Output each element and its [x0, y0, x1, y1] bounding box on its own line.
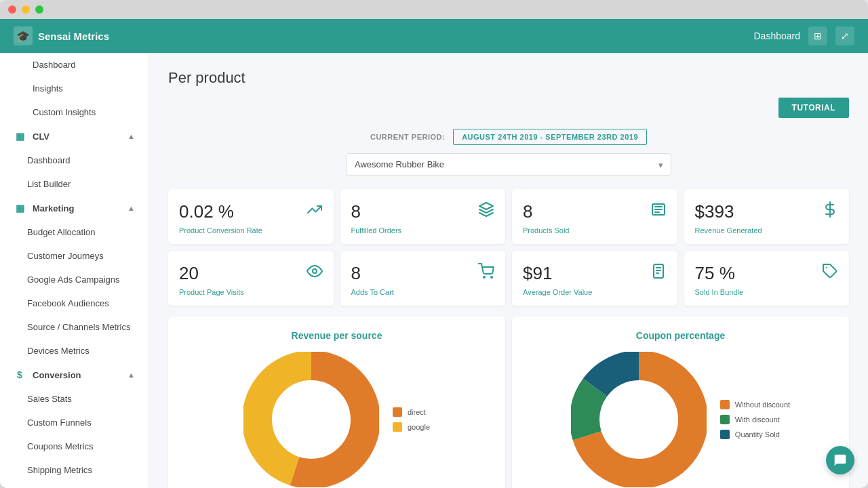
sidebar-item-label: Custom Insights [33, 107, 96, 117]
metric-label: Product Conversion Rate [179, 226, 323, 235]
metric-value: $91 [523, 263, 667, 284]
revenue-donut [243, 352, 379, 487]
revenue-legend: direct google [393, 407, 430, 432]
sidebar-group-label: CLV [33, 131, 50, 142]
revenue-chart-title: Revenue per source [182, 330, 492, 341]
legend-dot-direct [393, 407, 402, 417]
marketing-chevron: ▲ [127, 204, 135, 212]
sidebar-item-label: Customer Journeys [27, 251, 104, 261]
sidebar-item-list-builder[interactable]: List Builder [14, 172, 149, 196]
legend-label-no-discount: Without discount [735, 401, 790, 409]
sidebar-group-conversion[interactable]: $ Conversion ▲ [0, 363, 149, 387]
marketing-group-icon: ▦ [14, 203, 26, 214]
metric-value: 8 [351, 201, 495, 222]
select-wrapper: Awesome Rubber Bike [346, 153, 671, 176]
sidebar-item-label: Coupons Metrics [27, 441, 94, 451]
metric-card-bundle: 75 % Sold In Bundle [684, 251, 850, 306]
sidebar-item-google-ads[interactable]: Google Ads Campaigns [14, 268, 149, 291]
conversion-chevron: ▲ [127, 371, 135, 379]
sidebar-item-label: Budget Allocation [27, 227, 95, 237]
nav-icon-btn-1[interactable]: ⊞ [808, 26, 827, 45]
sidebar-item-devices[interactable]: Devices Metrics [14, 339, 149, 363]
metric-value: 8 [351, 263, 495, 284]
brand-name: Sensai Metrics [38, 30, 109, 42]
sidebar-item-dashboard[interactable]: Dashboard [0, 53, 149, 77]
sidebar-item-facebook[interactable]: Facebook Audiences [14, 291, 149, 315]
content-inner: Per product TUTORIAL CURRENT PERIOD: AUG… [149, 53, 868, 488]
legend-dot-no-discount [720, 400, 730, 409]
svg-point-6 [484, 277, 485, 278]
app-layout: Dashboard Insights Custom Insights ▦ CLV… [0, 19, 868, 488]
sidebar-item-custom-insights[interactable]: Custom Insights [0, 100, 149, 124]
metric-value: 75 % [695, 263, 839, 284]
nav-icon-btn-2[interactable]: ⤢ [835, 26, 854, 45]
clv-group-icon: ▦ [14, 131, 26, 142]
cart-icon [478, 263, 494, 283]
metric-value: 0.02 % [179, 201, 323, 222]
clv-submenu: Dashboard List Builder [0, 148, 149, 196]
legend-label-with-discount: With discount [735, 415, 780, 424]
legend-item-qty-sold: Quantity Sold [720, 430, 790, 439]
close-dot[interactable] [8, 5, 16, 14]
conversion-submenu: Sales Stats Custom Funnels Coupons Metri… [0, 387, 149, 482]
sidebar-item-clv-dashboard[interactable]: Dashboard [14, 148, 149, 172]
sidebar-group-product[interactable]: 🚲 Product ▲ [0, 482, 149, 488]
tutorial-row: TUTORIAL [168, 98, 849, 118]
tutorial-button[interactable]: TUTORIAL [778, 98, 849, 118]
nav-right: Dashboard ⊞ ⤢ [754, 26, 855, 45]
dollar-icon [822, 201, 838, 222]
sold-icon [650, 201, 667, 222]
legend-dot-google [393, 422, 402, 432]
legend-item-with-discount: With discount [720, 415, 790, 424]
sidebar-item-insights[interactable]: Insights [0, 77, 149, 100]
legend-dot-qty-sold [720, 430, 730, 439]
orders-icon [478, 201, 494, 222]
sidebar-item-label: Shipping Metrics [27, 465, 92, 475]
sidebar-item-label: Insights [33, 83, 63, 94]
tag-icon [822, 263, 838, 283]
period-row: CURRENT PERIOD: AUGUST 24TH 2019 - SEPTE… [168, 129, 849, 145]
coupon-legend: Without discount With discount Quantity … [720, 400, 790, 439]
product-select[interactable]: Awesome Rubber Bike [346, 153, 671, 176]
sidebar-item-custom-funnels[interactable]: Custom Funnels [14, 411, 149, 434]
sidebar-item-label: Custom Funnels [27, 418, 92, 428]
coupon-donut [571, 352, 707, 487]
sidebar-item-sales-stats[interactable]: Sales Stats [14, 387, 149, 411]
chat-icon [833, 453, 847, 467]
sidebar-item-label: Source / Channels Metrics [27, 322, 130, 332]
revenue-chart-area: direct google [182, 352, 492, 487]
sidebar-item-label: Devices Metrics [27, 346, 90, 356]
maximize-dot[interactable] [35, 5, 43, 14]
sidebar-item-shipping[interactable]: Shipping Metrics [14, 458, 149, 482]
sidebar-group-clv[interactable]: ▦ CLV ▲ [0, 124, 149, 148]
receipt-icon [650, 263, 667, 283]
revenue-donut-svg [243, 352, 379, 487]
sidebar-item-budget[interactable]: Budget Allocation [14, 220, 149, 244]
svg-point-15 [273, 382, 349, 458]
sidebar-group-label: Conversion [33, 370, 81, 380]
metrics-grid-row1: 0.02 % Product Conversion Rate 8 Fulfill… [168, 189, 849, 244]
legend-dot-with-discount [720, 415, 730, 424]
legend-label-direct: direct [408, 408, 426, 416]
clv-chevron: ▲ [127, 132, 135, 140]
legend-item-direct: direct [393, 407, 430, 417]
metric-card-page-visits: 20 Product Page Visits [168, 251, 334, 306]
title-bar [0, 0, 868, 19]
minimize-dot[interactable] [22, 5, 30, 14]
sidebar-item-label: Dashboard [33, 60, 76, 70]
sidebar-item-journeys[interactable]: Customer Journeys [14, 244, 149, 268]
metric-label: Product Page Visits [179, 288, 323, 296]
sidebar-item-label: List Builder [27, 179, 71, 189]
chat-fab[interactable] [826, 446, 854, 474]
coupon-chart-card: Coupon percentage [512, 317, 849, 488]
metric-card-adds-to-cart: 8 Adds To Cart [340, 251, 506, 306]
metric-value: 8 [523, 201, 667, 222]
brand: 🎓 Sensai Metrics [14, 26, 109, 45]
sidebar-item-coupons[interactable]: Coupons Metrics [14, 434, 149, 458]
metric-value: $393 [695, 201, 839, 222]
metric-card-conversion-rate: 0.02 % Product Conversion Rate [168, 189, 334, 244]
svg-point-19 [601, 382, 677, 458]
metric-label: Sold In Bundle [695, 288, 839, 296]
sidebar-item-source-channels[interactable]: Source / Channels Metrics [14, 315, 149, 339]
sidebar-group-marketing[interactable]: ▦ Marketing ▲ [0, 196, 149, 220]
